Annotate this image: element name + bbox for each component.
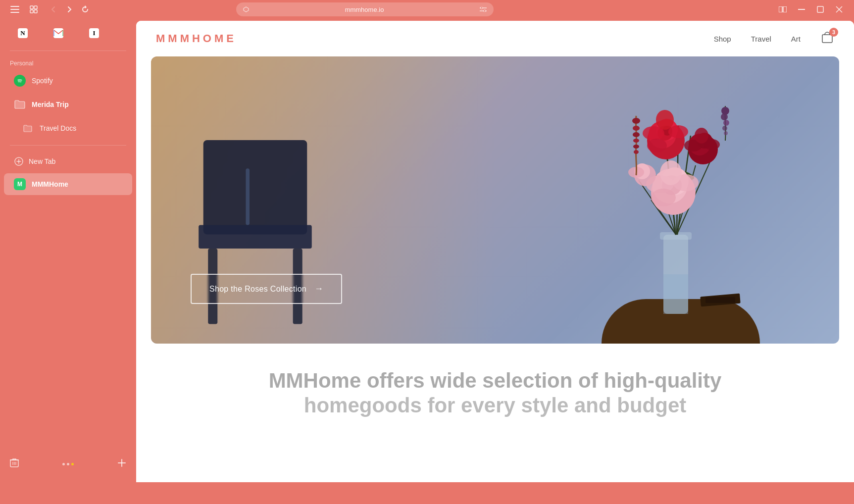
svg-rect-12 [783,6,787,12]
reload-button[interactable] [78,2,92,16]
browser-controls-left [8,2,41,16]
split-view-button[interactable] [776,2,790,16]
nyt-favicon: N [18,28,28,38]
tagline-line2: homegoods for every style and budget [156,393,834,418]
trash-icon[interactable] [10,458,19,470]
sidebar-item-merida[interactable]: Merida Trip [4,94,132,115]
sidebar-divider-mid [10,145,126,146]
merida-folder-icon [14,99,26,110]
svg-rect-33 [199,225,312,249]
cart-badge: 3 [829,28,838,37]
svg-rect-0 [10,6,19,7]
pagination-dots [62,463,74,465]
add-new-tab[interactable]: New Tab [4,151,132,171]
hero-cta-arrow: → [314,284,323,294]
gmail-favicon [53,28,63,38]
sidebar-item-mmmhome[interactable]: M MMMHome [4,173,132,195]
svg-point-80 [633,145,639,149]
hero-cta-button[interactable]: Shop the Roses Collection → [191,274,342,304]
tab-gmail[interactable] [42,25,75,42]
svg-point-56 [668,125,688,138]
instapaper-favicon: I [89,28,99,38]
browser-window: MMMHOME Shop Travel Art 3 [136,21,854,482]
sidebar-item-travel-docs[interactable]: Travel Docs [4,117,132,139]
url-display: mmmhome.io [253,6,476,13]
tagline-line1: MMHome offers wide selection of high-qua… [156,368,834,393]
sidebar-section-personal: Personal [0,56,136,69]
svg-rect-5 [30,10,33,13]
svg-point-77 [633,126,640,131]
dot-3 [71,463,74,465]
cart-button[interactable]: 3 [820,31,834,47]
add-tab-bottom-icon[interactable] [117,458,126,470]
spotify-label: Spotify [32,77,53,85]
sidebar-item-spotify[interactable]: Spotify [4,70,132,92]
svg-point-85 [722,126,727,131]
hero-background: Shop the Roses Collection → [151,56,839,344]
sidebar: N [0,19,136,482]
maximize-button[interactable] [813,2,827,16]
svg-point-58 [647,139,667,152]
sidebar-divider-top [10,50,126,51]
svg-rect-1 [10,9,19,10]
main-layout: N [0,19,854,482]
mmmhome-favicon: M [14,178,26,190]
svg-point-78 [633,132,640,137]
site-nav: MMMHOME Shop Travel Art 3 [136,21,854,56]
svg-point-10 [484,10,486,12]
hero-section: Shop the Roses Collection → [151,56,839,344]
address-bar[interactable]: mmmhome.io [236,2,494,16]
svg-point-84 [723,120,729,126]
svg-rect-36 [246,168,250,225]
svg-point-64 [695,128,708,144]
tab-instapaper[interactable]: I [77,25,111,42]
dot-1 [62,463,65,465]
site-nav-links: Shop Travel Art 3 [714,31,834,47]
svg-point-9 [481,7,483,9]
new-tab-label: New Tab [29,157,55,165]
flowers-svg [587,76,765,324]
mmmhome-tab-label: MMMHome [32,180,68,188]
svg-rect-4 [34,6,37,9]
tab-overview-icon[interactable] [27,2,41,16]
svg-rect-2 [10,12,19,13]
minimize-button[interactable] [795,2,808,16]
svg-point-86 [724,131,728,135]
back-button[interactable] [47,2,60,16]
svg-rect-14 [817,6,823,12]
nav-shop[interactable]: Shop [714,35,731,43]
svg-point-57 [656,110,674,130]
nav-arrows [47,2,92,16]
close-button[interactable] [832,2,846,16]
svg-point-79 [633,139,639,143]
svg-rect-39 [663,274,688,314]
svg-rect-3 [30,6,33,9]
nav-art[interactable]: Art [791,35,801,43]
site-logo: MMMHOME [156,32,237,45]
dot-2 [67,463,69,465]
sidebar-bottom [0,452,136,476]
travel-docs-folder-icon [22,122,34,134]
svg-point-76 [632,118,640,124]
spotify-icon [14,75,26,87]
tab-nyt[interactable]: N [6,25,40,42]
browser-chrome: mmmhome.io [0,0,854,19]
svg-rect-11 [779,6,782,12]
svg-point-81 [634,150,639,154]
forward-button[interactable] [62,2,76,16]
browser-controls-right [776,2,846,16]
adjust-icon[interactable] [480,7,487,12]
sidebar-toggle-icon[interactable] [8,2,22,16]
svg-point-83 [721,113,728,120]
nav-travel[interactable]: Travel [751,35,771,43]
add-icon [14,156,24,166]
svg-point-72 [651,189,676,206]
svg-rect-32 [203,140,307,234]
hero-cta-label: Shop the Roses Collection [209,285,306,294]
bottom-text-section: MMHome offers wide selection of high-qua… [136,344,854,428]
merida-label: Merida Trip [32,101,69,108]
svg-point-71 [660,160,682,185]
svg-rect-6 [34,10,37,13]
travel-docs-label: Travel Docs [40,124,76,132]
